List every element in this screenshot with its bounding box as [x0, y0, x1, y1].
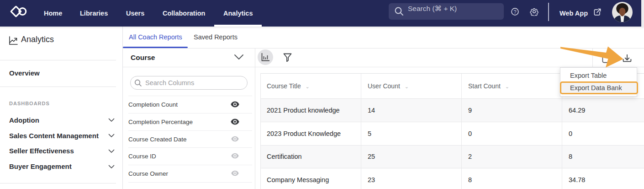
svg-text:?: ?	[513, 9, 516, 15]
